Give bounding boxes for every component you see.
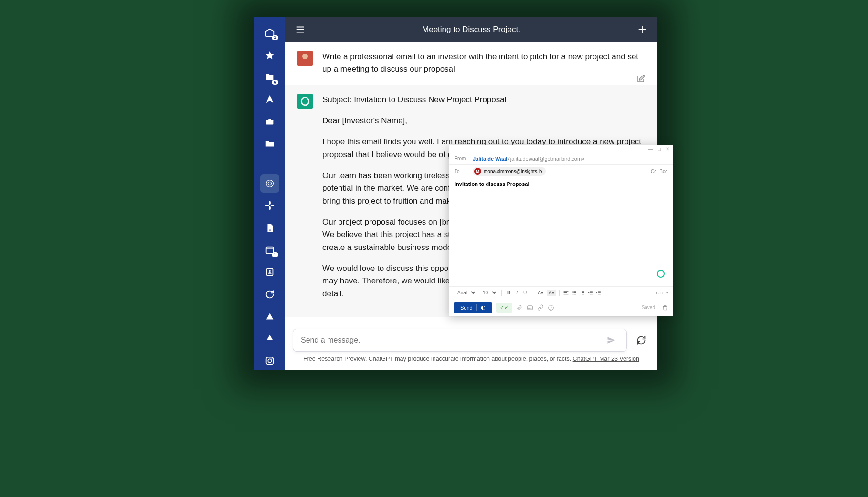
svg-point-20 [550, 307, 550, 307]
saved-indicator: Saved [642, 305, 655, 310]
italic-button[interactable]: I [514, 289, 519, 296]
topbar: Meeting to Discuss Project. [285, 17, 657, 42]
sidebar-send[interactable] [260, 90, 279, 108]
triangle-icon [265, 311, 275, 322]
user-message: Write a professional email to an investo… [285, 42, 657, 85]
size-select[interactable]: 10 [479, 289, 498, 297]
sidebar-contacts[interactable] [260, 263, 279, 281]
from-row: From Jalita de Waal <jalita.dewaal@getma… [449, 152, 673, 165]
sidebar-files[interactable]: 6 [260, 68, 279, 86]
sidebar-toolbox[interactable] [260, 112, 279, 130]
hamburger-icon [295, 24, 306, 35]
compose-window: — □ ✕ From Jalita de Waal <jalita.dewaal… [449, 145, 673, 316]
tracking-toggle[interactable]: OFF ▾ [656, 291, 668, 295]
send-bar: Send◐ ✓✓ Saved [449, 299, 673, 316]
input-area: Free Research Preview. ChatGPT may produ… [285, 323, 657, 370]
svg-point-13 [272, 358, 273, 359]
subject-field[interactable]: Invitation to discuss Proposal [449, 178, 673, 190]
calendar-badge: 1 [272, 252, 278, 257]
to-row: To M mona.simmons@insights.io Cc Bcc [449, 165, 673, 178]
svg-point-2 [266, 180, 274, 187]
edit-message-button[interactable] [636, 75, 645, 83]
user-avatar [297, 51, 313, 66]
svg-point-14 [572, 291, 572, 292]
hamburger-button[interactable] [293, 22, 308, 37]
grammarly-icon[interactable] [657, 270, 665, 278]
svg-rect-7 [271, 205, 274, 207]
plus-icon [637, 24, 647, 35]
link-button[interactable] [537, 304, 544, 311]
align-button[interactable] [563, 290, 569, 296]
sidebar-refresh[interactable] [260, 285, 279, 303]
user-message-text: Write a professional email to an investo… [322, 51, 645, 76]
svg-point-3 [268, 182, 271, 185]
folder-icon [265, 139, 275, 149]
font-select[interactable]: Arial [454, 289, 477, 297]
regenerate-button[interactable] [633, 332, 650, 349]
email-subject-line: Subject: Invitation to Discuss New Proje… [322, 94, 645, 106]
from-email: <jalita.dewaal@getmailbird.com> [507, 156, 584, 162]
attach-button[interactable] [516, 304, 523, 311]
sidebar-chatgpt[interactable] [260, 174, 279, 193]
recipient-email: mona.simmons@insights.io [484, 169, 542, 174]
version-link[interactable]: ChatGPT Mar 23 Version [573, 356, 639, 362]
sidebar-document[interactable] [260, 219, 279, 237]
svg-point-19 [548, 305, 553, 310]
svg-rect-4 [269, 201, 271, 205]
minimize-button[interactable]: — [648, 146, 653, 151]
delete-draft-button[interactable] [662, 304, 668, 311]
bcc-button[interactable]: Bcc [659, 169, 667, 174]
outdent-button[interactable] [587, 290, 593, 296]
bullet-list-button[interactable] [571, 290, 577, 296]
underline-button[interactable]: U [521, 289, 529, 296]
sidebar-folder[interactable] [260, 135, 279, 153]
highlight-button[interactable]: A▾ [547, 290, 556, 296]
from-name[interactable]: Jalita de Waal [473, 156, 507, 162]
sidebar-calendar[interactable]: 1 [260, 241, 279, 259]
email-greeting: Dear [Investor's Name], [322, 115, 645, 127]
send-button[interactable]: Send◐ [454, 302, 492, 313]
svg-rect-1 [268, 119, 271, 120]
emoji-button[interactable] [548, 304, 554, 311]
from-label: From [455, 156, 473, 161]
svg-rect-5 [269, 206, 271, 210]
compose-body[interactable] [449, 190, 673, 286]
openai-logo-icon [300, 96, 310, 107]
sidebar-favorites[interactable] [260, 46, 279, 64]
document-icon [265, 223, 275, 233]
drive-icon [265, 333, 275, 344]
svg-point-21 [551, 307, 552, 307]
openai-icon [265, 178, 275, 189]
new-chat-button[interactable] [635, 22, 650, 37]
send-message-button[interactable] [607, 336, 615, 345]
sidebar-inbox[interactable]: 3 [260, 24, 279, 42]
svg-point-15 [572, 292, 572, 293]
bold-button[interactable]: B [505, 289, 512, 296]
toolbox-icon [265, 117, 275, 127]
text-color-button[interactable]: A▾ [536, 289, 545, 296]
compose-titlebar: — □ ✕ [449, 145, 673, 152]
check-button[interactable]: ✓✓ [496, 303, 512, 313]
app-sidebar: 3 6 1 [254, 17, 285, 370]
sidebar-drive[interactable] [260, 329, 279, 347]
indent-button[interactable] [595, 290, 602, 296]
star-icon [265, 50, 275, 61]
sidebar-instagram[interactable] [260, 352, 279, 370]
image-button[interactable] [527, 304, 533, 311]
svg-point-16 [572, 294, 572, 295]
close-button[interactable]: ✕ [666, 146, 669, 151]
svg-point-10 [269, 270, 271, 272]
sidebar-slack[interactable] [260, 196, 279, 215]
maximize-button[interactable]: □ [658, 146, 661, 151]
cc-button[interactable]: Cc [651, 169, 656, 174]
recipient-chip[interactable]: M mona.simmons@insights.io [473, 167, 546, 176]
sidebar-triangle[interactable] [260, 307, 279, 325]
slack-icon [265, 200, 275, 211]
contacts-icon [265, 267, 275, 277]
number-list-button[interactable] [579, 290, 585, 296]
svg-rect-6 [265, 205, 269, 207]
send-icon [265, 94, 275, 105]
refresh-icon [265, 289, 275, 300]
svg-rect-0 [266, 120, 274, 124]
chat-input[interactable] [293, 329, 627, 352]
